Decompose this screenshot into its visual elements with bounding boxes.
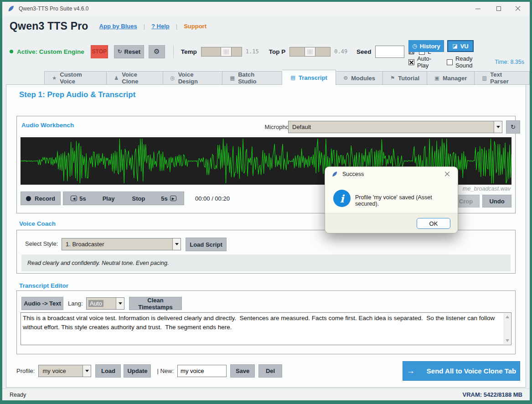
- clean-timestamps-button[interactable]: Clean Timestamps: [129, 297, 182, 310]
- tab-transcript[interactable]: ▤Transcript: [282, 70, 336, 85]
- rewind-5s-button[interactable]: ◀ 5s: [63, 192, 93, 205]
- app-window: Qwen3-TTS Pro Suite v4.6.0 Qwen3 TTS Pro…: [0, 0, 532, 404]
- temp-slider-handle[interactable]: [221, 47, 232, 57]
- history-icon: ◷: [412, 43, 417, 49]
- load-profile-button[interactable]: Load: [95, 364, 121, 378]
- rewind-icon: ◀: [71, 196, 77, 201]
- header-separator: |: [176, 23, 177, 30]
- tab-modules[interactable]: ⚙Modules: [336, 71, 383, 85]
- header: Qwen3 TTS Pro App by Blues | ? Help | Su…: [10, 20, 207, 32]
- tab-manager[interactable]: ▣Manager: [427, 71, 475, 85]
- app-by-blues-link[interactable]: App by Blues: [99, 23, 137, 30]
- profile-select[interactable]: my voice: [38, 365, 91, 377]
- topp-slider-handle[interactable]: [305, 47, 315, 57]
- close-icon: [515, 6, 521, 11]
- temp-slider[interactable]: [201, 47, 242, 57]
- reset-label: Reset: [124, 48, 140, 55]
- dialog-close-button[interactable]: [440, 168, 454, 181]
- chevron-down-icon[interactable]: [116, 298, 124, 309]
- audio-to-text-button[interactable]: Audio -> Text: [21, 297, 63, 310]
- temp-value: 1.15: [246, 48, 259, 55]
- play-button[interactable]: Play: [93, 192, 124, 205]
- refresh-mic-button[interactable]: ↻: [506, 120, 520, 134]
- scroll-up-icon[interactable]: [506, 316, 509, 318]
- update-profile-button[interactable]: Update: [124, 364, 151, 378]
- transcript-editor-panel: Audio -> Text Lang: Auto Clean Timestamp…: [16, 290, 516, 354]
- seed-input[interactable]: [375, 46, 404, 58]
- save-profile-button[interactable]: Save: [230, 364, 255, 378]
- playback-time-display: 00:00 / 00:20: [195, 195, 230, 202]
- stop-playback-button[interactable]: Stop: [124, 192, 154, 205]
- tab-custom-voice[interactable]: ★Custom Voice: [44, 71, 107, 85]
- tab-text-parser[interactable]: ▥Text Parser: [475, 71, 530, 85]
- chevron-down-icon[interactable]: [83, 365, 91, 377]
- status-bar: Ready VRAM: 5422/8188 MB: [2, 388, 530, 400]
- gear-icon: ⚙: [343, 75, 348, 81]
- vu-meter-icon: ◪: [452, 43, 457, 49]
- profile-select-value: my voice: [39, 368, 83, 374]
- forward-5s-button[interactable]: 5s ▶: [154, 192, 184, 205]
- maximize-button[interactable]: [489, 2, 509, 16]
- history-button[interactable]: ◷ History: [408, 40, 444, 52]
- vu-label: VU: [460, 43, 469, 50]
- maximize-icon: [496, 6, 501, 11]
- autoplay-checkbox[interactable]: Auto-Play: [408, 55, 441, 69]
- status-text: Ready: [10, 392, 26, 398]
- autoplay-checkbox-box[interactable]: [408, 59, 414, 65]
- dialog-body: i Profile 'my voice' saved (Asset secure…: [325, 181, 458, 213]
- tab-batch-studio[interactable]: ▦Batch Studio: [222, 71, 282, 85]
- transcript-text[interactable]: This is a broadcast viral voice test. In…: [23, 314, 502, 344]
- chevron-down-icon[interactable]: [172, 238, 181, 250]
- microphone-select-value: Default: [289, 124, 494, 130]
- support-link[interactable]: Support: [184, 23, 207, 30]
- undo-button[interactable]: Undo: [482, 195, 511, 207]
- audio-workbench-title: Audio Workbench: [21, 122, 74, 129]
- reset-button[interactable]: ↻ Reset: [114, 45, 144, 58]
- lang-select[interactable]: Auto: [86, 297, 124, 310]
- gear-icon: ⚙: [154, 47, 160, 56]
- topp-value: 0.49: [334, 48, 347, 55]
- load-script-button[interactable]: Load Script: [186, 238, 227, 251]
- topp-slider[interactable]: [289, 47, 331, 57]
- ready-sound-checkbox[interactable]: Ready Sound: [447, 55, 489, 69]
- stop-button[interactable]: STOP: [91, 45, 108, 58]
- minimize-button[interactable]: [468, 2, 488, 16]
- style-select[interactable]: 1. Broadcaster: [62, 238, 181, 250]
- help-link[interactable]: ? Help: [151, 23, 170, 30]
- coach-hint-text: Read clearly and confidently. Neutral to…: [27, 260, 169, 266]
- transcript-scrollbar[interactable]: [504, 313, 511, 344]
- app-title: Qwen3 TTS Pro: [10, 20, 88, 32]
- send-all-to-voice-clone-button[interactable]: → Send All to Voice Clone Tab: [403, 361, 520, 381]
- tab-bar: ★Custom Voice ♟Voice Clone ◎Voice Design…: [44, 70, 530, 85]
- mic-person-icon: ♟: [114, 75, 119, 81]
- style-select-value: 1. Broadcaster: [62, 241, 172, 248]
- autoplay-label: Auto-Play: [417, 55, 441, 69]
- transport-controls: Record ◀ 5s Play Stop 5s ▶: [21, 192, 230, 205]
- select-style-label: Select Style:: [25, 240, 58, 247]
- new-profile-input[interactable]: [177, 365, 227, 377]
- ready-sound-checkbox-box[interactable]: [447, 59, 453, 65]
- tab-voice-clone[interactable]: ♟Voice Clone: [107, 71, 163, 85]
- vu-button[interactable]: ◪ VU: [447, 40, 474, 52]
- voice-coach-panel: Select Style: 1. Broadcaster Load Script…: [16, 230, 516, 274]
- settings-button[interactable]: ⚙: [149, 45, 165, 58]
- transcript-textarea[interactable]: This is a broadcast viral voice test. In…: [21, 312, 511, 345]
- profile-label: Profile:: [16, 368, 35, 374]
- close-button[interactable]: [508, 2, 528, 16]
- tab-tutorial[interactable]: ⚑Tutorial: [383, 71, 427, 85]
- tab-voice-design[interactable]: ◎Voice Design: [163, 71, 223, 85]
- microphone-select[interactable]: Default: [288, 121, 502, 133]
- toolbar-divider: [173, 45, 174, 58]
- page-icon: ▥: [482, 75, 487, 81]
- forward-icon: ▶: [170, 196, 176, 201]
- chevron-down-icon[interactable]: [494, 121, 502, 133]
- record-button[interactable]: Record: [21, 192, 61, 205]
- titlebar: Qwen3-TTS Pro Suite v4.6.0: [2, 2, 530, 16]
- ok-button[interactable]: OK: [417, 218, 450, 229]
- delete-profile-button[interactable]: Del: [258, 364, 282, 378]
- toolbar: Active: Custom Engine STOP ↻ Reset ⚙ Tem…: [10, 43, 431, 60]
- scroll-down-icon[interactable]: [506, 339, 509, 342]
- record-dot-icon: [26, 196, 31, 201]
- voice-coach-title: Voice Coach: [19, 220, 56, 227]
- engine-status-dot-icon: [10, 50, 13, 53]
